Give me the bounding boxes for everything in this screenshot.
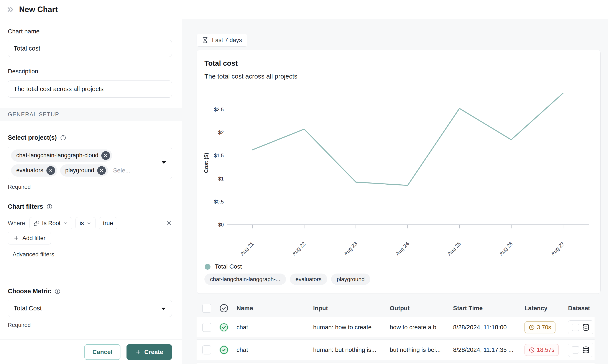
- table-row[interactable]: chat human: but nothing is... but nothin…: [197, 339, 595, 360]
- project-chip: evaluators: [290, 273, 327, 285]
- y-axis-tick-labels: $0$0.5$1$1.5$2$2.5: [214, 107, 224, 228]
- column-header-name[interactable]: Name: [232, 305, 313, 312]
- remove-tag-icon[interactable]: [97, 166, 106, 175]
- dropdown-caret-icon[interactable]: [161, 161, 166, 165]
- info-icon[interactable]: [60, 135, 66, 141]
- filter-operator-button[interactable]: is: [76, 217, 95, 229]
- legend-label: Total Cost: [215, 263, 242, 270]
- svg-text:$2: $2: [218, 130, 224, 135]
- choose-metric-label: Choose Metric: [8, 288, 60, 295]
- dataset-checkbox[interactable]: [572, 346, 579, 354]
- project-chip: chat-langchain-langgraph-...: [204, 273, 286, 285]
- svg-text:$0.5: $0.5: [214, 199, 224, 205]
- project-tag: chat-langchain-langgraph-cloud: [11, 149, 112, 162]
- chevron-down-icon: [63, 221, 68, 226]
- description-label: Description: [8, 68, 38, 75]
- run-input: human: but nothing is...: [313, 346, 390, 353]
- metric-select[interactable]: Total Cost: [8, 300, 172, 317]
- cancel-button[interactable]: Cancel: [84, 344, 120, 360]
- dataset-cell[interactable]: [568, 343, 593, 357]
- x-axis-ticks-and-labels: Aug 21Aug 22Aug 23Aug 24Aug 25Aug 26Aug …: [239, 225, 566, 256]
- clock-icon: [529, 325, 535, 330]
- y-axis-title: Cost ($): [203, 153, 209, 173]
- time-range-button[interactable]: Last 7 days: [197, 34, 247, 47]
- info-icon[interactable]: [47, 204, 52, 209]
- table-row[interactable]: chat human: how to create... how to crea…: [197, 317, 595, 338]
- svg-text:$0: $0: [218, 222, 224, 228]
- column-header-dataset[interactable]: Dataset: [568, 305, 595, 312]
- svg-text:Aug 21: Aug 21: [239, 241, 255, 256]
- where-label: Where: [8, 220, 25, 227]
- success-status-icon: [219, 322, 229, 332]
- plus-icon: [135, 349, 141, 355]
- database-icon: [582, 324, 590, 331]
- svg-text:Aug 25: Aug 25: [446, 241, 462, 256]
- column-header-input[interactable]: Input: [313, 305, 390, 312]
- chart-project-tags: chat-langchain-langgraph-... evaluators …: [204, 273, 370, 285]
- chart-name-input[interactable]: Total cost: [8, 40, 172, 57]
- plus-icon: [13, 235, 19, 241]
- chart-filters-label: Chart filters: [8, 203, 52, 210]
- column-header-output[interactable]: Output: [390, 305, 453, 312]
- chart-subtitle: The total cost across all projects: [204, 73, 297, 80]
- column-header-latency[interactable]: Latency: [525, 305, 568, 312]
- remove-tag-icon[interactable]: [101, 151, 110, 160]
- svg-text:$1.5: $1.5: [214, 153, 224, 158]
- run-start-time: 8/28/2024, 11:17:35 ...: [453, 346, 525, 353]
- svg-text:Aug 22: Aug 22: [291, 241, 307, 256]
- advanced-filters-link[interactable]: Advanced filters: [13, 251, 54, 258]
- remove-filter-icon[interactable]: [166, 220, 172, 226]
- chart-config-panel: Chart name Total cost Description The to…: [0, 19, 182, 364]
- run-start-time: 8/28/2024, 11:18:00...: [453, 324, 525, 331]
- dataset-checkbox[interactable]: [572, 324, 579, 331]
- dropdown-caret-icon: [161, 305, 166, 312]
- chart-preview-panel: Last 7 days Total cost The total cost ac…: [182, 19, 608, 364]
- svg-text:$2.5: $2.5: [214, 107, 224, 112]
- hourglass-icon: [202, 37, 209, 43]
- success-status-icon: [219, 345, 229, 355]
- add-filter-button[interactable]: Add filter: [8, 232, 51, 245]
- general-setup-section-header: GENERAL SETUP: [0, 108, 182, 121]
- collapse-panel-icon[interactable]: [6, 5, 15, 14]
- chart-title: Total cost: [204, 59, 238, 67]
- total-cost-line-series: [252, 93, 563, 185]
- form-footer: Cancel Create: [0, 339, 182, 364]
- svg-text:Aug 23: Aug 23: [343, 241, 358, 256]
- run-name[interactable]: chat: [232, 346, 313, 353]
- latency-badge: 18.57s: [525, 344, 559, 356]
- page-title: New Chart: [19, 5, 58, 14]
- info-icon[interactable]: [55, 288, 60, 294]
- database-icon: [582, 346, 590, 354]
- project-multiselect[interactable]: chat-langchain-langgraph-cloud evaluator…: [8, 147, 172, 179]
- column-header-start-time[interactable]: Start Time: [453, 305, 525, 312]
- latency-badge: 3.70s: [525, 321, 555, 333]
- status-column-icon: [219, 303, 229, 313]
- svg-text:Aug 24: Aug 24: [394, 241, 410, 256]
- run-input: human: how to create...: [313, 324, 390, 331]
- runs-table-header: Name Input Output Start Time Latency Dat…: [197, 302, 595, 315]
- svg-text:$1: $1: [218, 176, 224, 182]
- row-checkbox[interactable]: [202, 323, 211, 332]
- filter-row: Where Is Root is true: [8, 217, 172, 229]
- run-name[interactable]: chat: [232, 324, 313, 331]
- chart-legend: Total Cost: [205, 263, 242, 270]
- filter-field-button[interactable]: Is Root: [29, 217, 72, 229]
- description-input[interactable]: The total cost across all projects: [8, 80, 172, 98]
- cost-line-chart: Cost ($) $0$0.5$1$1.5$2$2.5 Aug 21Aug 22…: [197, 91, 601, 256]
- create-button[interactable]: Create: [127, 344, 172, 360]
- svg-text:Aug 26: Aug 26: [498, 241, 514, 256]
- project-select-placeholder: Sele...: [113, 167, 130, 174]
- legend-dot-icon: [205, 264, 211, 270]
- clock-icon: [529, 347, 535, 353]
- row-checkbox[interactable]: [202, 345, 211, 354]
- svg-text:Aug 27: Aug 27: [550, 241, 566, 256]
- select-projects-label: Select project(s): [8, 134, 66, 141]
- link-icon: [34, 221, 40, 226]
- filter-value-button[interactable]: true: [99, 217, 117, 229]
- chart-name-label: Chart name: [8, 28, 40, 35]
- dataset-cell[interactable]: [568, 320, 593, 334]
- select-all-checkbox[interactable]: [202, 304, 211, 313]
- top-bar: New Chart: [0, 0, 608, 19]
- new-chart-screen: New Chart Chart name Total cost Descript…: [0, 0, 608, 364]
- remove-tag-icon[interactable]: [46, 166, 55, 175]
